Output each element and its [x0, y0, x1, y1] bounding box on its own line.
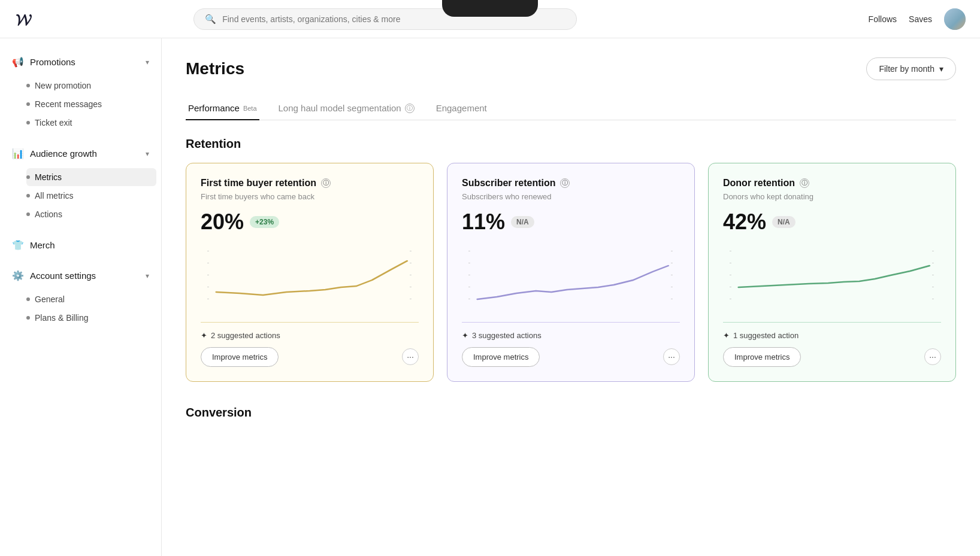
suggested-actions-subscriber: ✦ 3 suggested actions — [462, 331, 680, 340]
svg-text:-: - — [468, 248, 470, 253]
audience-chevron: ▾ — [146, 150, 149, 158]
tab-long-haul-label: Long haul model segmentation — [279, 103, 401, 113]
improve-btn-donor[interactable]: Improve metrics — [723, 347, 801, 367]
merch-icon: 👕 — [12, 239, 24, 251]
svg-text:-: - — [468, 284, 470, 289]
svg-text:-: - — [931, 260, 934, 265]
sidebar-section-account: ⚙️ Account settings ▾ General Plans & Bi… — [0, 264, 161, 330]
top-nav: 𝓦 🔍 Follows Saves — [0, 0, 980, 38]
sidebar-audience-header[interactable]: 📊 Audience growth ▾ — [0, 142, 161, 165]
svg-text:-: - — [207, 296, 209, 301]
svg-text:-: - — [207, 260, 209, 265]
more-btn-first-time[interactable]: ··· — [402, 348, 419, 365]
improve-btn-subscriber[interactable]: Improve metrics — [462, 347, 540, 367]
card-actions-first-time: Improve metrics ··· — [201, 347, 419, 367]
sparkle-icon: ✦ — [201, 331, 207, 340]
more-btn-subscriber[interactable]: ··· — [663, 348, 680, 365]
first-time-info-icon: ⓘ — [321, 178, 331, 188]
main-content: Metrics Filter by month ▾ Performance Be… — [162, 38, 980, 556]
retention-title: Retention — [186, 137, 956, 151]
account-chevron: ▾ — [146, 272, 149, 280]
audience-icon: 📊 — [12, 148, 24, 159]
sidebar-item-plans-billing[interactable]: Plans & Billing — [26, 309, 156, 327]
card-title-subscriber: Subscriber retention ⓘ — [462, 178, 680, 189]
svg-text:-: - — [931, 272, 934, 277]
promotions-sub: New promotion Recent messages Ticket exi… — [0, 74, 161, 135]
account-settings-label: Account settings — [30, 271, 96, 281]
svg-text:-: - — [729, 284, 731, 289]
metric-badge-first-time: +23% — [250, 216, 279, 228]
sidebar-section-audience: 📊 Audience growth ▾ Metrics All metrics … — [0, 142, 161, 226]
dot-icon — [26, 212, 30, 216]
filter-by-month-button[interactable]: Filter by month ▾ — [866, 57, 956, 80]
svg-text:-: - — [729, 272, 731, 277]
svg-text:-: - — [468, 296, 470, 301]
sidebar-merch-header[interactable]: 👕 Merch — [0, 233, 161, 257]
app-body: 📢 Promotions ▾ New promotion Recent mess… — [0, 38, 980, 556]
svg-text:-: - — [409, 272, 412, 277]
card-footer-donor: ✦ 1 suggested action Improve metrics ··· — [723, 322, 941, 367]
search-icon: 🔍 — [205, 14, 216, 25]
suggested-actions-donor: ✦ 1 suggested action — [723, 331, 941, 340]
tab-performance[interactable]: Performance Beta — [186, 97, 259, 120]
subscriber-title-text: Subscriber retention — [462, 178, 555, 189]
sidebar-item-actions[interactable]: Actions — [26, 205, 156, 223]
card-first-time-buyer: First time buyer retention ⓘ First time … — [186, 163, 434, 382]
ticket-exit-label: Ticket exit — [35, 118, 72, 127]
sidebar-item-new-promotion[interactable]: New promotion — [26, 77, 156, 95]
card-title-first-time: First time buyer retention ⓘ — [201, 178, 419, 189]
dot-icon — [26, 175, 30, 179]
card-subscriber: Subscriber retention ⓘ Subscribers who r… — [447, 163, 695, 382]
dot-icon — [26, 316, 30, 320]
card-subtitle-subscriber: Subscribers who renewed — [462, 192, 680, 201]
recent-messages-label: Recent messages — [35, 99, 102, 109]
suggested-count-donor: 1 suggested action — [733, 331, 798, 340]
chart-first-time: - - - - - - - - - - — [201, 244, 419, 312]
sidebar-promotions-left: 📢 Promotions — [12, 56, 75, 68]
metric-badge-subscriber: N/A — [511, 216, 534, 228]
general-label: General — [35, 294, 65, 304]
donor-title-text: Donor retention — [723, 178, 795, 189]
sidebar-promotions-header[interactable]: 📢 Promotions ▾ — [0, 50, 161, 74]
sparkle-icon: ✦ — [462, 331, 468, 340]
filter-label: Filter by month — [879, 64, 934, 74]
long-haul-info-icon: ⓘ — [405, 104, 415, 113]
svg-text:-: - — [670, 260, 673, 265]
sidebar-item-ticket-exit[interactable]: Ticket exit — [26, 114, 156, 132]
subscriber-info-icon: ⓘ — [560, 178, 570, 188]
beta-badge: Beta — [243, 105, 257, 112]
sidebar-item-recent-messages[interactable]: Recent messages — [26, 95, 156, 113]
svg-text:-: - — [931, 248, 934, 253]
plans-billing-label: Plans & Billing — [35, 313, 89, 323]
tab-long-haul[interactable]: Long haul model segmentation ⓘ — [276, 97, 417, 120]
svg-text:-: - — [468, 260, 470, 265]
follows-link[interactable]: Follows — [869, 14, 897, 24]
svg-text:-: - — [729, 248, 731, 253]
tab-engagement[interactable]: Engagement — [434, 97, 489, 120]
sidebar-item-general[interactable]: General — [26, 290, 156, 308]
account-icon: ⚙️ — [12, 270, 24, 281]
svg-text:-: - — [729, 260, 731, 265]
tab-performance-label: Performance — [188, 103, 240, 113]
svg-text:-: - — [670, 272, 673, 277]
card-footer-subscriber: ✦ 3 suggested actions Improve metrics ··… — [462, 322, 680, 367]
sidebar-section-promotions: 📢 Promotions ▾ New promotion Recent mess… — [0, 50, 161, 135]
sidebar-section-merch: 👕 Merch — [0, 233, 161, 257]
saves-link[interactable]: Saves — [909, 14, 932, 24]
actions-label: Actions — [35, 209, 62, 219]
more-btn-donor[interactable]: ··· — [924, 348, 941, 365]
card-metric-subscriber: 11% N/A — [462, 209, 680, 235]
suggested-count-subscriber: 3 suggested actions — [472, 331, 542, 340]
sidebar-item-metrics[interactable]: Metrics — [26, 168, 156, 186]
dot-icon — [26, 194, 30, 198]
metrics-label: Metrics — [35, 172, 62, 182]
svg-text:-: - — [409, 284, 412, 289]
card-metric-first-time: 20% +23% — [201, 209, 419, 235]
svg-text:-: - — [409, 296, 412, 301]
sidebar-item-all-metrics[interactable]: All metrics — [26, 187, 156, 205]
user-avatar[interactable] — [944, 8, 966, 30]
chart-subscriber: - - - - - - - - - - — [462, 244, 680, 312]
page-header: Metrics Filter by month ▾ — [186, 57, 956, 80]
improve-btn-first-time[interactable]: Improve metrics — [201, 347, 279, 367]
sidebar-account-header[interactable]: ⚙️ Account settings ▾ — [0, 264, 161, 287]
